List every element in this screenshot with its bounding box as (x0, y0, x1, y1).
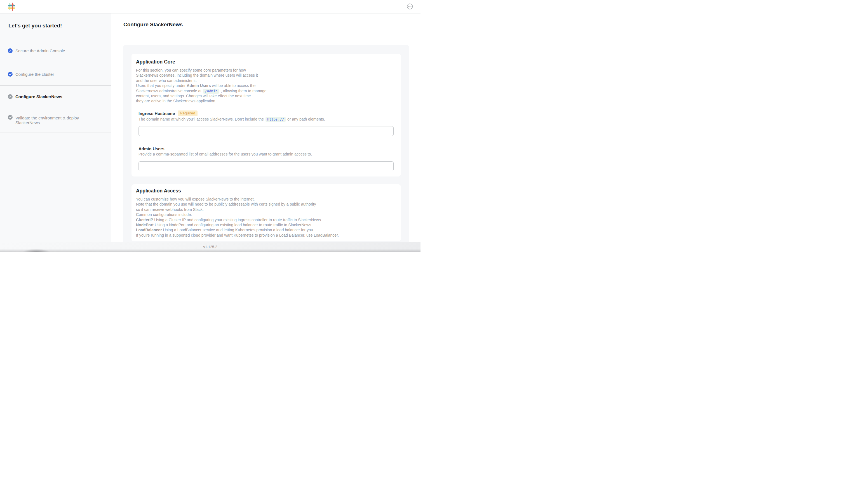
step-label: Configure SlackerNews (15, 94, 62, 99)
application-access-card: Application Access You can customize how… (131, 184, 401, 241)
sidebar-step-validate-deploy[interactable]: Validate the environment & deploy Slacke… (0, 108, 111, 133)
config-groups-container: Application Core For this section, you c… (123, 45, 409, 242)
top-bar (0, 0, 420, 14)
card-description: You can customize how you will expose Sl… (136, 197, 396, 238)
step-label: Validate the environment & deploy Slacke… (15, 115, 104, 125)
app-window: Let's get you started! Secure the Admin … (0, 0, 420, 252)
setup-steps-sidebar: Let's get you started! Secure the Admin … (0, 14, 111, 242)
field-help-text: Provide a comma-separated list of email … (139, 151, 396, 157)
title-divider (123, 36, 409, 36)
card-description: For this section, you can specify some c… (136, 68, 396, 104)
ellipsis-icon (407, 3, 413, 10)
card-title: Application Access (136, 188, 396, 194)
field-label: Ingress Hostname (139, 111, 175, 116)
field-label: Admin Users (139, 146, 164, 151)
footer-bar: v1.125.2 (0, 242, 420, 252)
check-circle-icon (8, 72, 13, 77)
sidebar-heading: Let's get you started! (0, 14, 111, 38)
sidebar-step-configure-slackernews[interactable]: Configure SlackerNews (0, 86, 111, 108)
admin-users-input[interactable] (139, 161, 394, 171)
check-circle-icon (8, 115, 13, 120)
overflow-menu-button[interactable] (407, 3, 413, 10)
app-version: v1.125.2 (203, 245, 217, 249)
sidebar-step-secure-admin-console[interactable]: Secure the Admin Console (0, 38, 111, 63)
ingress-hostname-field-group: Ingress Hostname Required The domain nam… (139, 110, 396, 136)
card-title: Application Core (136, 59, 396, 65)
check-circle-icon (8, 48, 13, 53)
admin-users-field-group: Admin Users Provide a comma-separated li… (139, 146, 396, 171)
required-badge: Required (178, 110, 198, 116)
page-title: Configure SlackerNews (123, 21, 183, 28)
check-circle-icon (8, 94, 13, 99)
step-label: Secure the Admin Console (15, 48, 65, 53)
field-help-text: The domain name at which you'll access S… (139, 116, 396, 122)
ingress-hostname-input[interactable] (139, 126, 394, 136)
application-core-card: Application Core For this section, you c… (131, 54, 401, 177)
slackernews-logo-icon (8, 2, 15, 11)
sidebar-step-configure-cluster[interactable]: Configure the cluster (0, 63, 111, 86)
step-label: Configure the cluster (15, 72, 54, 77)
